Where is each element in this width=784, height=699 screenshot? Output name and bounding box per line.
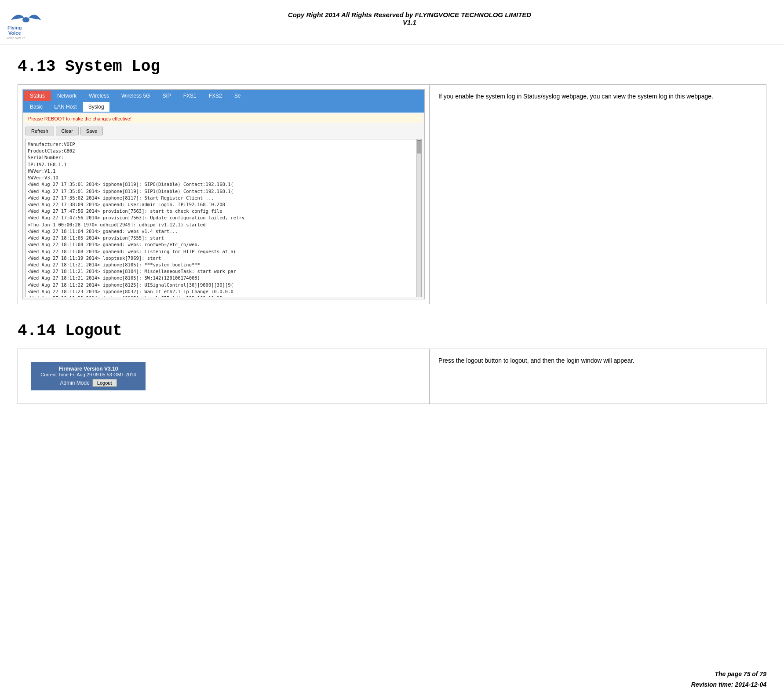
logo-area: Flying Voice Voice over IP	[4, 4, 44, 40]
log-line: <Wed Aug 27 17:35:01 2014> ipphone[8119]…	[28, 181, 419, 188]
footer-line2: Revision time: 2014-12-04	[691, 680, 766, 690]
section-414-table: Firmware Version V3.10 Current Time Fri …	[18, 349, 766, 404]
log-line: <Wed Aug 27 18:11:23 2014> ipphone[8105]…	[28, 295, 419, 297]
sub-tabs-row: Basic LAN Host Syslog	[23, 101, 424, 113]
sub-tab-syslog[interactable]: Syslog	[83, 102, 109, 112]
clear-button[interactable]: Clear	[56, 127, 79, 135]
section-413-title: 4.13 System Log	[18, 58, 766, 76]
log-line: <Wed Aug 27 17:35:02 2014> ipphone[8117]…	[28, 195, 419, 201]
log-line: <Wed Aug 27 17:38:09 2014> goahead: User…	[28, 201, 419, 208]
log-line: <Wed Aug 27 17:35:01 2014> ipphone[8119]…	[28, 188, 419, 195]
syslog-screenshot: Status Network Wireless Wireless 5G SIP …	[22, 89, 425, 299]
nav-tab-network[interactable]: Network	[51, 91, 83, 101]
log-line: <Thu Jan 1 00:00:28 1970> udhcpd[2949]: …	[28, 222, 419, 228]
reboot-notice: Please REBOOT to make the changes effect…	[25, 114, 423, 123]
log-scrollbar[interactable]	[416, 139, 421, 297]
scrollbar-thumb[interactable]	[417, 140, 421, 153]
save-button[interactable]: Save	[80, 127, 103, 135]
log-line: <Wed Aug 27 17:47:56 2014> provision[756…	[28, 208, 419, 215]
nav-tab-se[interactable]: Se	[228, 91, 247, 101]
fw-version-label: Firmware Version V3.10	[36, 366, 140, 372]
svg-text:Flying: Flying	[7, 25, 22, 30]
svg-text:Voice over IP: Voice over IP	[7, 36, 25, 40]
nav-tab-sip[interactable]: SIP	[156, 91, 177, 101]
main-content: 4.13 System Log Status Network Wireless …	[0, 44, 784, 435]
log-line: <Wed Aug 27 18:11:21 2014> ipphone[8104]…	[28, 268, 419, 275]
log-line: <Wed Aug 27 18:11:21 2014> ipphone[8105]…	[28, 262, 419, 268]
log-line: IP:192.168.1.1	[28, 161, 419, 168]
log-line: SWVer:V3.10	[28, 175, 419, 181]
log-line: <Wed Aug 27 17:47:56 2014> provision[756…	[28, 215, 419, 221]
log-line: <Wed Aug 27 18:11:21 2014> ipphone[8105]…	[28, 275, 419, 281]
svg-point-0	[22, 17, 29, 22]
header-copyright: Copy Right 2014 All Rights Reserved by F…	[44, 4, 775, 26]
section-414-description: Press the logout button to logout, and t…	[438, 357, 634, 364]
section-414-title: 4.14 Logout	[18, 322, 766, 340]
log-line: <Wed Aug 27 18:11:19 2014> looptask[7969…	[28, 255, 419, 262]
log-line: <Wed Aug 27 18:11:22 2014> ipphone[8125]…	[28, 282, 419, 288]
log-line: <Wed Aug 27 18:11:05 2014> provision[755…	[28, 235, 419, 241]
nav-tab-wireless5g[interactable]: Wireless 5G	[115, 91, 156, 101]
section-414-description-cell: Press the logout button to logout, and t…	[430, 349, 766, 404]
log-line: <Wed Aug 27 18:11:08 2014> goahead: webs…	[28, 241, 419, 248]
nav-tabs-row: Status Network Wireless Wireless 5G SIP …	[23, 90, 424, 101]
section-414-screenshot-cell: Firmware Version V3.10 Current Time Fri …	[18, 349, 430, 404]
section-413-description: If you enable the system log in Status/s…	[438, 93, 713, 100]
refresh-button[interactable]: Refresh	[26, 127, 54, 135]
section-413-description-cell: If you enable the system log in Status/s…	[430, 85, 766, 304]
nav-tab-wireless[interactable]: Wireless	[83, 91, 115, 101]
admin-mode-label: Admin Mode	[60, 380, 89, 386]
page-header: Flying Voice Voice over IP Copy Right 20…	[0, 0, 784, 44]
nav-tab-status[interactable]: Status	[24, 91, 51, 101]
copyright-line1: Copy Right 2014 All Rights Reserved by F…	[44, 11, 775, 18]
page-footer: The page 75 of 79 Revision time: 2014-12…	[691, 669, 766, 690]
log-line: HWVer:V1.1	[28, 168, 419, 175]
admin-row: Admin Mode Logout	[36, 379, 140, 387]
section-413-screenshot-cell: Status Network Wireless Wireless 5G SIP …	[18, 85, 430, 304]
logout-screenshot: Firmware Version V3.10 Current Time Fri …	[31, 362, 146, 390]
sub-tab-basic[interactable]: Basic	[25, 102, 48, 112]
flying-voice-logo: Flying Voice Voice over IP	[4, 4, 44, 40]
nav-tab-fxs1[interactable]: FXS1	[177, 91, 203, 101]
footer-line1: The page 75 of 79	[691, 669, 766, 680]
log-line: Manufacturer:VOIP	[28, 141, 419, 148]
current-time-label: Current Time Fri Aug 29 09:05:53 GMT 201…	[36, 372, 140, 377]
log-line: SerialNumber:	[28, 154, 419, 161]
copyright-line2: V1.1	[44, 18, 775, 26]
log-line: <Wed Aug 27 18:11:23 2014> ipphone[8032]…	[28, 288, 419, 295]
action-buttons: Refresh Clear Save	[23, 125, 424, 137]
log-line: ProductClass:G802	[28, 148, 419, 154]
log-line: <Wed Aug 27 18:11:04 2014> goahead: webs…	[28, 228, 419, 235]
sub-tab-lanhost[interactable]: LAN Host	[49, 102, 82, 112]
svg-text:Voice: Voice	[8, 30, 21, 36]
section-413-table: Status Network Wireless Wireless 5G SIP …	[18, 84, 766, 304]
nav-tab-fxs2[interactable]: FXS2	[203, 91, 228, 101]
log-line: <Wed Aug 27 18:11:08 2014> goahead: webs…	[28, 248, 419, 255]
logout-button[interactable]: Logout	[92, 379, 117, 387]
log-area[interactable]: Manufacturer:VOIP ProductClass:G802 Seri…	[26, 139, 422, 297]
